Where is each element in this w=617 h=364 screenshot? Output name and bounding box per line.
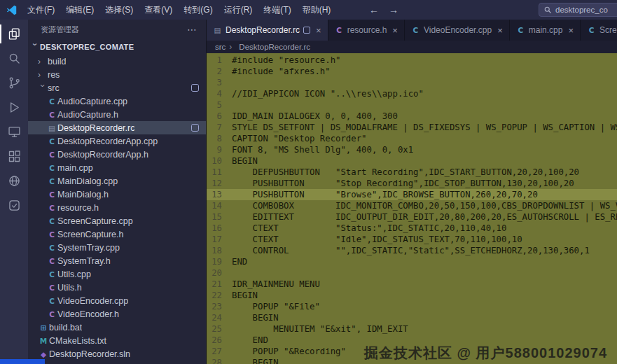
menu-item[interactable]: 终端(T) bbox=[258, 3, 296, 17]
line-number: 11 bbox=[207, 167, 232, 178]
file-label: src bbox=[48, 83, 60, 93]
extensions-icon[interactable] bbox=[0, 144, 28, 169]
ai-assistant-icon[interactable] bbox=[0, 169, 28, 193]
editor-tab[interactable]: CVideoEncoder.cpp× bbox=[405, 20, 510, 41]
line-text: BEGIN bbox=[232, 357, 279, 364]
run-debug-icon[interactable] bbox=[0, 95, 28, 120]
editor-tab[interactable]: Cresource.h× bbox=[328, 20, 405, 41]
back-arrow-icon[interactable]: ← bbox=[369, 4, 379, 15]
search-text: desktoprec_co bbox=[555, 6, 608, 14]
code-line: 11 DEFPUSHBUTTON "Start Recording",IDC_S… bbox=[207, 167, 617, 178]
code-line: 14 COMBOBOX IDC_MONITOR_COMBO,20,50,150,… bbox=[207, 200, 617, 211]
cpp-file-icon: C bbox=[587, 26, 596, 34]
line-text: #include "afxres.h" bbox=[232, 66, 331, 77]
breadcrumb-file[interactable]: DesktopRecorder.rc bbox=[239, 43, 310, 51]
tree-root-folder[interactable]: › DESKTOPREC_COMATE bbox=[28, 39, 206, 55]
tree-item[interactable]: ⊞build.bat bbox=[28, 321, 206, 334]
tree-item[interactable]: CAudioCapture.cpp bbox=[28, 94, 206, 108]
file-label: build.bat bbox=[49, 323, 82, 332]
tree-item[interactable]: Cresource.h bbox=[28, 201, 206, 214]
testing-icon[interactable] bbox=[0, 193, 28, 218]
line-number: 19 bbox=[207, 256, 232, 267]
tree-item[interactable]: MCMakeLists.txt bbox=[28, 334, 206, 347]
tree-item[interactable]: CVideoEncoder.h bbox=[28, 307, 206, 321]
line-number: 10 bbox=[207, 155, 232, 167]
editor-tab[interactable]: CScreenC bbox=[581, 20, 617, 41]
tree-item[interactable]: CDesktopRecorderApp.h bbox=[28, 148, 206, 161]
line-number: 7 bbox=[207, 122, 232, 133]
line-number: 9 bbox=[207, 144, 232, 155]
tree-item[interactable]: Cmain.cpp bbox=[28, 161, 206, 174]
h-file-icon: C bbox=[46, 284, 57, 292]
sidebar-header: 资源管理器 ⋯ bbox=[28, 20, 206, 39]
line-text: CTEXT "Status:",IDC_STATIC,20,110,40,10 bbox=[232, 223, 506, 234]
editor-tab[interactable]: ▤DesktopRecorder.rc× bbox=[207, 20, 328, 41]
tab-close-icon[interactable]: × bbox=[568, 25, 574, 36]
breadcrumb-folder[interactable]: src bbox=[215, 43, 226, 51]
tree-item[interactable]: CScreenCapture.cpp bbox=[28, 214, 206, 227]
explorer-icon[interactable] bbox=[0, 22, 28, 46]
tree-item[interactable]: ›res bbox=[28, 68, 206, 81]
tree-item[interactable]: CSystemTray.cpp bbox=[28, 241, 206, 254]
menu-item[interactable]: 编辑(E) bbox=[60, 3, 99, 17]
line-number: 28 bbox=[207, 357, 232, 364]
tree-item[interactable]: CAudioCapture.h bbox=[28, 108, 206, 121]
more-actions-icon[interactable]: ⋯ bbox=[187, 24, 197, 35]
menu-item[interactable]: 选择(S) bbox=[99, 3, 139, 17]
line-number: 2 bbox=[207, 66, 232, 77]
tree-item[interactable]: CUtils.cpp bbox=[28, 267, 206, 281]
code-line: 16 CTEXT "Status:",IDC_STATIC,20,110,40,… bbox=[207, 223, 617, 234]
search-icon[interactable] bbox=[0, 46, 28, 71]
tree-item[interactable]: CUtils.h bbox=[28, 281, 206, 294]
tree-item[interactable]: CDesktopRecorderApp.cpp bbox=[28, 134, 206, 148]
cpp-file-icon: C bbox=[46, 297, 57, 305]
tree-item[interactable]: ›src bbox=[28, 81, 206, 94]
tree-item[interactable]: CScreenCapture.h bbox=[28, 227, 206, 241]
line-number: 1 bbox=[207, 55, 232, 66]
file-label: AudioCapture.cpp bbox=[57, 97, 127, 106]
file-label: MainDialog.h bbox=[57, 190, 109, 200]
menu-item[interactable]: 查看(V) bbox=[139, 3, 178, 17]
status-remote-indicator[interactable] bbox=[0, 359, 45, 364]
editor-tab[interactable]: Cmain.cpp× bbox=[510, 20, 581, 41]
tree-item[interactable]: ◆DesktopRecorder.sln bbox=[28, 347, 206, 360]
forward-arrow-icon[interactable]: → bbox=[389, 4, 398, 15]
menu-item[interactable]: 文件(F) bbox=[22, 3, 60, 17]
line-number: 12 bbox=[207, 178, 232, 189]
sidebar-title: 资源管理器 bbox=[41, 24, 79, 35]
tab-label: DesktopRecorder.rc bbox=[226, 25, 300, 35]
tab-close-icon[interactable]: × bbox=[497, 25, 503, 36]
line-text: IDR_MAINMENU MENU bbox=[232, 279, 320, 290]
command-center-search[interactable]: desktoprec_co bbox=[539, 3, 617, 17]
menu-item[interactable]: 帮助(H) bbox=[297, 3, 337, 17]
tree-item[interactable]: CVideoEncoder.cpp bbox=[28, 294, 206, 307]
menu-item[interactable]: 转到(G) bbox=[178, 3, 218, 17]
tree-item[interactable]: CSystemTray.h bbox=[28, 254, 206, 267]
tree-item[interactable]: ▤DesktopRecorder.rc bbox=[28, 121, 206, 134]
file-label: main.cpp bbox=[57, 163, 93, 173]
h-file-icon: C bbox=[46, 111, 57, 119]
menu-item[interactable]: 运行(R) bbox=[219, 3, 258, 17]
tree-item[interactable]: ◆DesktopRecorder.vcxproj bbox=[28, 360, 206, 364]
h-file-icon: C bbox=[46, 230, 57, 239]
tree-item[interactable]: CMainDialog.h bbox=[28, 188, 206, 201]
remote-explorer-icon[interactable] bbox=[0, 120, 28, 144]
tab-close-icon[interactable]: × bbox=[392, 25, 398, 36]
tab-close-icon[interactable]: × bbox=[316, 25, 321, 36]
tree-item[interactable]: ›build bbox=[28, 55, 206, 68]
tab-label: main.cpp bbox=[529, 25, 563, 35]
line-text: DEFPUSHBUTTON "Start Recording",IDC_STAR… bbox=[232, 167, 579, 178]
file-label: MainDialog.cpp bbox=[57, 176, 118, 186]
line-text: END bbox=[232, 335, 268, 346]
editor-code[interactable]: 1#include "resource.h"2#include "afxres.… bbox=[207, 53, 617, 364]
root-folder-label: DESKTOPREC_COMATE bbox=[40, 43, 134, 51]
code-line: 1#include "resource.h" bbox=[207, 55, 617, 66]
line-text: STYLE DS_SETFONT | DS_MODALFRAME | DS_FI… bbox=[232, 122, 617, 133]
cpp-file-icon: C bbox=[46, 137, 57, 146]
tree-item[interactable]: CMainDialog.cpp bbox=[28, 174, 206, 188]
cpp-file-icon: C bbox=[46, 244, 57, 252]
h-file-icon: C bbox=[46, 257, 57, 265]
menu-bar: 文件(F)编辑(E)选择(S)查看(V)转到(G)运行(R)终端(T)帮助(H) bbox=[22, 3, 336, 17]
source-control-icon[interactable] bbox=[0, 71, 28, 95]
line-text: CTEXT "Idle",IDC_STATUS_TEXT,70,110,100,… bbox=[232, 234, 522, 245]
